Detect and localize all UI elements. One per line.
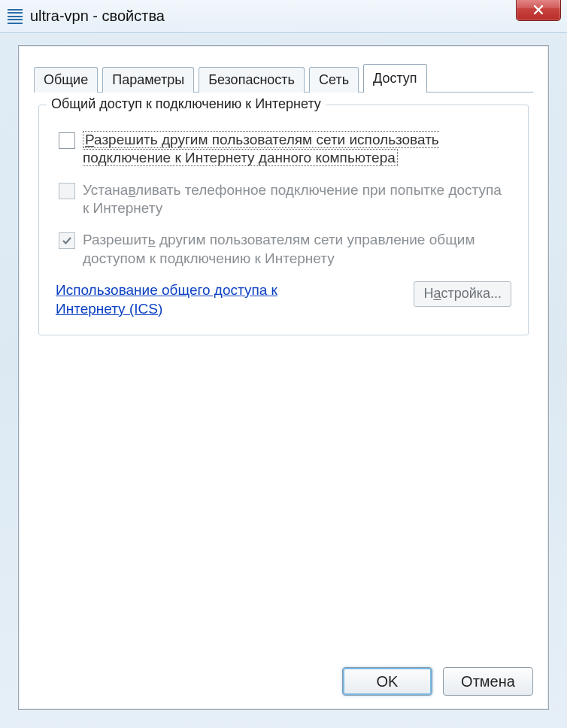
app-icon bbox=[8, 9, 23, 24]
check-icon bbox=[62, 235, 72, 246]
dialog-body: Общие Параметры Безопасность Сеть Доступ… bbox=[18, 45, 549, 710]
opt-dial-on-demand: Устанавливать телефонное подключение при… bbox=[56, 181, 511, 218]
tab-sharing[interactable]: Доступ bbox=[363, 64, 427, 93]
dialog-buttons: OK Отмена bbox=[342, 667, 533, 696]
tab-general[interactable]: Общие bbox=[34, 67, 98, 93]
checkbox-dial-on-demand bbox=[59, 183, 75, 199]
opt-allow-sharing[interactable]: Разрешить другим пользователям сети испо… bbox=[56, 131, 511, 168]
settings-button: Настройка... bbox=[414, 281, 511, 307]
link-row: Использование общего доступа к Интернету… bbox=[56, 281, 511, 318]
window-title: ultra-vpn - свойства bbox=[30, 8, 165, 25]
tab-options[interactable]: Параметры bbox=[102, 67, 194, 93]
tab-strip: Общие Параметры Безопасность Сеть Доступ bbox=[34, 64, 533, 93]
tab-network[interactable]: Сеть bbox=[309, 67, 359, 93]
close-icon bbox=[532, 4, 544, 16]
tab-page-sharing: Общий доступ к подключению к Интернету Р… bbox=[34, 93, 533, 694]
tab-security[interactable]: Безопасность bbox=[199, 67, 305, 93]
close-button[interactable] bbox=[516, 0, 561, 21]
checkbox-allow-control bbox=[59, 232, 75, 249]
groupbox-legend: Общий доступ к подключению к Интернету bbox=[47, 96, 326, 112]
opt-allow-control: Разрешить другим пользователям сети упра… bbox=[56, 231, 511, 268]
opt-dial-on-demand-label: Устанавливать телефонное подключение при… bbox=[83, 181, 511, 218]
opt-allow-control-label: Разрешить другим пользователям сети упра… bbox=[83, 231, 511, 268]
groupbox-ics: Общий доступ к подключению к Интернету Р… bbox=[38, 105, 529, 335]
opt-allow-sharing-label: Разрешить другим пользователям сети испо… bbox=[83, 131, 511, 168]
checkbox-allow-sharing[interactable] bbox=[59, 132, 75, 149]
titlebar: ultra-vpn - свойства bbox=[0, 0, 567, 33]
ok-button[interactable]: OK bbox=[342, 667, 432, 696]
ics-help-link[interactable]: Использование общего доступа к Интернету… bbox=[56, 281, 341, 318]
cancel-button[interactable]: Отмена bbox=[443, 667, 533, 696]
